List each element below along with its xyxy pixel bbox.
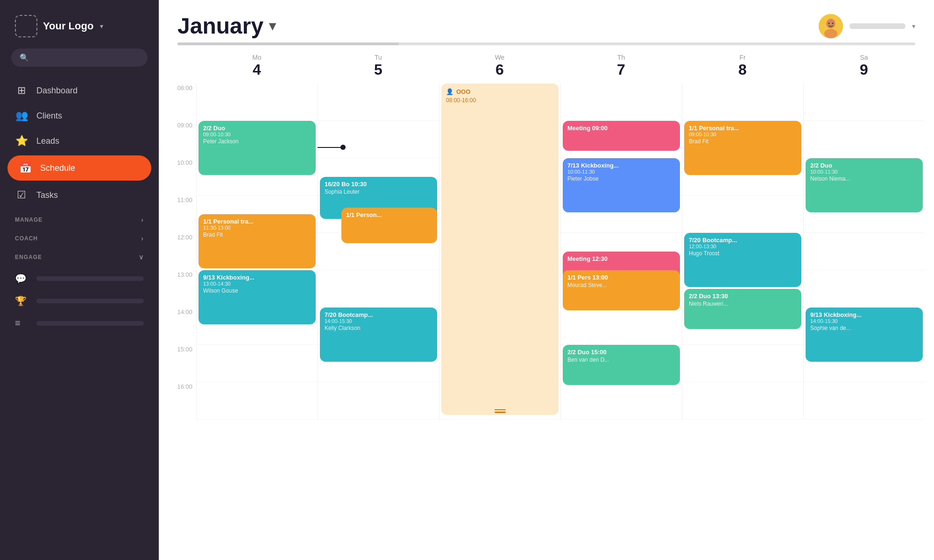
- clients-icon: 👥: [15, 110, 28, 122]
- manage-section[interactable]: MANAGE ›: [0, 208, 159, 226]
- day-number-th: 7: [560, 61, 682, 78]
- event-title: 2/2 Duo: [203, 125, 311, 132]
- ooo-time: 08:00-16:00: [446, 97, 554, 104]
- trophy-icon: 🏆: [15, 295, 28, 307]
- engage-label: ENGAGE: [15, 254, 42, 260]
- day-name-th: Th: [560, 54, 682, 61]
- event-title: 2/2 Duo 15:00: [567, 349, 675, 356]
- sidebar-item-schedule[interactable]: 📅 Schedule: [7, 155, 151, 181]
- sidebar-item-dashboard[interactable]: ⊞ Dashboard: [0, 78, 159, 103]
- event-fr-bootcamp[interactable]: 7/20 Bootcamp... 12:00-13:30 Hugo Troost: [684, 233, 801, 287]
- event-title: Meeting 12:30: [567, 255, 675, 262]
- calendar-container[interactable]: Mo 4 Tu 5 We 6 Th 7 Fr 8 Sa 9: [159, 49, 934, 560]
- month-chevron-icon: ▾: [269, 18, 276, 34]
- time-header: [168, 49, 196, 84]
- event-th-personal[interactable]: 1/1 Pers 13:00 Mourad Steve...: [563, 270, 680, 310]
- day-header-th: Th 7: [560, 49, 682, 84]
- engage-item-list[interactable]: ≡: [0, 312, 159, 334]
- main-content: January ▾ ▾: [159, 0, 934, 560]
- event-tu-personal[interactable]: 1/1 Person...: [341, 208, 437, 243]
- event-time: 09:00-10:30: [203, 132, 311, 137]
- event-person: Brad Fit: [203, 231, 311, 238]
- event-title: 2/2 Duo: [810, 162, 918, 169]
- dashboard-icon: ⊞: [15, 84, 28, 97]
- event-sa-duo[interactable]: 2/2 Duo 10:00-11:30 Nelson Niema...: [806, 158, 923, 212]
- event-title: 1/1 Personal tra...: [689, 125, 797, 132]
- drag-handle[interactable]: [495, 409, 506, 413]
- month-title[interactable]: January ▾: [177, 13, 276, 39]
- event-th-duo[interactable]: 2/2 Duo 15:00 Ben van den D...: [563, 345, 680, 385]
- day-col-we: 👤 OOO 08:00-16:00: [439, 84, 560, 420]
- logo-box: [15, 15, 37, 37]
- engage-item-bar-2: [36, 299, 144, 303]
- event-title: 2/2 Duo 13:30: [689, 293, 797, 300]
- event-title: 1/1 Pers 13:00: [567, 274, 675, 281]
- time-0900: 09:00: [168, 121, 196, 158]
- connection-line: [318, 147, 346, 148]
- time-0800: 08:00: [168, 84, 196, 121]
- dashboard-label: Dashboard: [36, 86, 78, 96]
- event-title: 7/13 Kickboxing...: [567, 162, 675, 169]
- time-1100: 11:00: [168, 196, 196, 233]
- event-fr-personal[interactable]: 1/1 Personal tra... 09:00-10:30 Brad Fit: [684, 121, 801, 175]
- event-mo-duo[interactable]: 2/2 Duo 09:00-10:30 Peter Jackson: [198, 121, 316, 175]
- list-icon: ≡: [15, 318, 28, 329]
- event-time: 10:00-11:30: [810, 169, 918, 175]
- event-person: Ben van den D...: [567, 357, 675, 363]
- schedule-icon: 📅: [19, 162, 32, 174]
- event-title: 7/20 Bootcamp...: [325, 311, 432, 318]
- event-time: 14:00-15:30: [325, 318, 432, 324]
- event-person: Pieter Jobse: [567, 175, 675, 182]
- day-header-sa: Sa 9: [803, 49, 925, 84]
- progress-bar-fill: [177, 42, 399, 45]
- event-mo-kickboxing[interactable]: 9/13 Kickboxing... 13:00-14:30 Wilson Go…: [198, 270, 316, 324]
- time-1500: 15:00: [168, 345, 196, 382]
- event-mo-personal[interactable]: 1/1 Personal tra... 11:30-13:00 Brad Fit: [198, 214, 316, 268]
- search-bar[interactable]: 🔍: [11, 49, 148, 67]
- coach-section[interactable]: COACH ›: [0, 226, 159, 245]
- day-col-th: Meeting 09:00 7/13 Kickboxing... 10:00-1…: [560, 84, 682, 420]
- event-tu-bootcamp720[interactable]: 7/20 Bootcamp... 14:00-15:30 Kelly Clark…: [320, 308, 437, 362]
- manage-label: MANAGE: [15, 217, 42, 223]
- avatar[interactable]: [819, 14, 843, 38]
- engage-item-bar-3: [36, 321, 144, 326]
- progress-bar: [177, 42, 915, 45]
- calendar-grid: Mo 4 Tu 5 We 6 Th 7 Fr 8 Sa 9: [168, 49, 925, 422]
- sidebar: Your Logo ▾ 🔍 ⊞ Dashboard 👥 Clients ⭐ Le…: [0, 0, 159, 560]
- engage-items-list: 💬 🏆 ≡: [0, 264, 159, 338]
- day-number-fr: 8: [682, 61, 803, 78]
- day-header-mo: Mo 4: [196, 49, 318, 84]
- sidebar-item-clients[interactable]: 👥 Clients: [0, 103, 159, 128]
- engage-item-chat[interactable]: 💬: [0, 267, 159, 290]
- logo-text: Your Logo: [43, 20, 93, 32]
- logo-area[interactable]: Your Logo ▾: [0, 0, 159, 49]
- svg-point-5: [828, 22, 830, 24]
- coach-label: COACH: [15, 235, 38, 242]
- day-col-sa: 2/2 Duo 10:00-11:30 Nelson Niema... 9/13…: [803, 84, 925, 420]
- day-name-mo: Mo: [196, 54, 318, 61]
- ooo-person-icon: 👤: [446, 88, 453, 95]
- search-input[interactable]: [34, 54, 139, 62]
- event-person: Sophie van de...: [810, 325, 918, 331]
- ooo-header: 👤 OOO: [446, 88, 554, 95]
- day-number-mo: 4: [196, 61, 318, 78]
- event-time: 13:00-14:30: [203, 281, 311, 287]
- search-icon: 🔍: [20, 53, 29, 62]
- event-person: Mourad Steve...: [567, 282, 675, 288]
- engage-item-trophy[interactable]: 🏆: [0, 290, 159, 312]
- day-name-tu: Tu: [318, 54, 439, 61]
- day-number-sa: 9: [803, 61, 925, 78]
- engage-item-bar-1: [36, 276, 144, 281]
- engage-section[interactable]: ENGAGE ∨: [0, 245, 159, 264]
- event-sa-kickboxing[interactable]: 9/13 Kickboxing... 14:00-15:30 Sophie va…: [806, 308, 923, 362]
- sidebar-item-leads[interactable]: ⭐ Leads: [0, 128, 159, 154]
- event-th-kickboxing[interactable]: 7/13 Kickboxing... 10:00-11:30 Pieter Jo…: [563, 158, 680, 212]
- event-we-ooo[interactable]: 👤 OOO 08:00-16:00: [441, 84, 559, 415]
- event-th-meeting1[interactable]: Meeting 09:00: [563, 121, 680, 151]
- sidebar-item-tasks[interactable]: ☑ Tasks: [0, 182, 159, 208]
- event-title: 16/20 Bo 10:30: [325, 181, 432, 188]
- time-1200: 12:00: [168, 233, 196, 270]
- header-user-chevron-icon[interactable]: ▾: [912, 22, 915, 30]
- event-fr-duo[interactable]: 2/2 Duo 13:30 Niels Rauweri...: [684, 289, 801, 329]
- event-person: Wilson Gouse: [203, 287, 311, 294]
